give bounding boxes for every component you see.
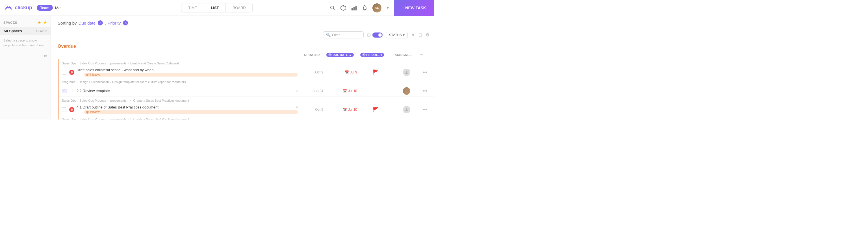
avatar-initials: CE: [372, 3, 381, 12]
avatar-dropdown-icon[interactable]: ▼: [386, 6, 390, 10]
remove-priority-sort[interactable]: ✕: [123, 20, 128, 25]
bc-1-2: Sales Ops Process Improvements: [80, 62, 126, 65]
assignee-label: ASSIGNEE: [395, 53, 412, 57]
task-title-3: 4.1 Draft outline of Sales Best Practice…: [76, 105, 294, 109]
status-chevron: ▾: [403, 33, 405, 37]
task-title-wrap-1: Draft sales collateral scope - what and …: [76, 68, 298, 77]
status-dropdown[interactable]: STATUS ▾: [386, 32, 408, 38]
col-header-priority[interactable]: ✕ PRIORI... ▾: [354, 53, 391, 57]
task-title-1: Draft sales collateral scope - what and …: [76, 68, 298, 72]
bc-3-1: Sales Ops: [62, 99, 76, 102]
toggle-wrap: ⊞: [367, 32, 382, 37]
sorting-bar: Sorting by Due date ✕ , Priority ✕: [51, 16, 434, 29]
all-spaces-text: All Spaces: [3, 29, 22, 33]
task-checkbox-1[interactable]: [62, 70, 66, 74]
breadcrumb-2: Programs › Design Customization › Design…: [59, 78, 434, 84]
sorting-prefix: Sorting by: [58, 21, 77, 25]
priority-val-1: 🚩: [357, 69, 394, 76]
cube-icon[interactable]: [340, 5, 346, 11]
more-options-label: •••: [420, 53, 423, 57]
chart-icon[interactable]: [351, 5, 357, 11]
tab-time[interactable]: TIME: [181, 3, 204, 12]
drag-handle-3[interactable]: ≡: [296, 106, 298, 109]
bc-2-3: Design template for client culture repor…: [112, 80, 186, 84]
svg-rect-1: [351, 8, 352, 10]
drag-handle-2[interactable]: ≡: [296, 89, 298, 93]
filter-input[interactable]: [332, 33, 361, 37]
sidebar: SPACES ★ ⚡ All Spaces 12 more Select a s…: [0, 16, 51, 119]
due-date-1: Jul 9: [350, 70, 357, 74]
filter-search-icon: 🔍: [326, 33, 331, 37]
bc-4-3: 4. Create a Sales Best Practices documen…: [130, 118, 189, 119]
bc-4-2: Sales Ops Process Improvements: [80, 118, 126, 119]
table-row: 4.1 Draft outline of Sales Best Practice…: [59, 103, 434, 115]
sort-due-date-link[interactable]: Due date: [79, 21, 96, 25]
table-row: Draft sales collateral scope - what and …: [59, 65, 434, 78]
task-group-overdue: Sales Ops › Sales Ops Process Improvemen…: [58, 59, 434, 119]
calendar-icon-1: 📅: [345, 70, 349, 74]
due-date-label: DUE DATE: [333, 53, 348, 57]
col-header-due-date[interactable]: ✕ DUE DATE ▲: [320, 53, 354, 57]
col-header-more[interactable]: •••: [416, 53, 427, 57]
priority-flag-3: 🚩: [372, 107, 379, 113]
priority-val-3: 🚩: [357, 107, 394, 113]
assignee-val-2: [394, 87, 419, 95]
me-label: Me: [55, 6, 60, 10]
all-spaces-row[interactable]: All Spaces 12 more: [0, 27, 51, 35]
due-date-sort-badge: ✕ DUE DATE ▲: [327, 53, 354, 57]
bc-2-2: Design Customization: [79, 80, 109, 84]
main-content: Sorting by Due date ✕ , Priority ✕ 🔍 ⊞ S…: [51, 16, 434, 119]
priority-sort-badge: ✕ PRIORI... ▾: [360, 53, 384, 57]
priority-flag-1: 🚩: [372, 69, 379, 76]
tab-list[interactable]: LIST: [204, 3, 226, 12]
bc-1-1: Sales Ops: [62, 62, 76, 65]
collapse-sidebar-icon[interactable]: ⇐: [0, 52, 51, 60]
due-val-3: 📅 Jul 10: [323, 108, 357, 112]
priority-remove-icon[interactable]: ✕: [362, 53, 366, 57]
task-title-2: 2.2 Review template: [76, 89, 294, 93]
more-options-1[interactable]: •••: [419, 70, 431, 75]
notification-icon[interactable]: [362, 5, 368, 11]
spaces-actions: ★ ⚡: [38, 20, 47, 25]
task-checkbox-3[interactable]: [62, 107, 66, 112]
column-headers: UPDATED ✕ DUE DATE ▲ ✕ PRIORI... ▾: [51, 51, 434, 59]
avatar[interactable]: CE: [372, 3, 381, 12]
new-task-button[interactable]: + NEW TASK: [394, 0, 434, 16]
search-icon[interactable]: [330, 5, 336, 11]
due-date-remove-icon[interactable]: ✕: [328, 53, 332, 57]
updated-val-3: Oct 9: [298, 108, 323, 112]
tab-board[interactable]: BOARD: [226, 3, 253, 12]
more-options-2[interactable]: •••: [419, 88, 431, 93]
funnel-icon[interactable]: ▼: [411, 33, 415, 37]
task-checkbox-2[interactable]: [62, 89, 66, 93]
task-tag-1[interactable]: q4 initiative: [84, 73, 298, 77]
sort-priority-link[interactable]: Priority: [107, 21, 121, 25]
settings-icon[interactable]: ⚙: [426, 32, 430, 37]
breadcrumb-1: Sales Ops › Sales Ops Process Improvemen…: [59, 59, 434, 65]
toggle-switch[interactable]: [372, 32, 382, 37]
due-date-3: Jul 10: [348, 108, 357, 112]
bc-3-3: 4. Create a Sales Best Practices documen…: [130, 99, 189, 102]
bc-1-3: Identify and Create Sales Collateral: [130, 62, 179, 65]
logo-area: clickup: [4, 4, 32, 12]
status-dot-1: [69, 70, 74, 75]
star-icon[interactable]: ★: [38, 20, 41, 25]
more-options-3[interactable]: •••: [419, 107, 431, 112]
remove-due-date-sort[interactable]: ✕: [98, 20, 103, 25]
bolt-icon[interactable]: ⚡: [42, 20, 47, 25]
spaces-header: SPACES ★ ⚡: [0, 19, 51, 27]
team-badge[interactable]: Team: [37, 5, 53, 11]
svg-point-0: [331, 6, 334, 9]
priority-dropdown-arrow: ▾: [381, 53, 382, 57]
updated-label: UPDATED: [304, 53, 320, 57]
layout-icon[interactable]: ⊟: [418, 32, 422, 37]
nav-tabs: TIME LIST BOARD: [181, 3, 253, 12]
logo-text: clickup: [15, 5, 32, 11]
task-title-wrap-2: 2.2 Review template ≡: [76, 89, 298, 93]
breadcrumb-4: Sales Ops › Sales Ops Process Improvemen…: [59, 115, 434, 119]
col-header-assignee[interactable]: ASSIGNEE: [391, 53, 416, 57]
main-layout: SPACES ★ ⚡ All Spaces 12 more Select a s…: [0, 16, 434, 119]
task-tag-3[interactable]: q4 initiative: [84, 110, 298, 114]
overdue-section: Overdue UPDATED ✕ DUE DATE ▲ ✕: [51, 41, 434, 119]
col-header-updated[interactable]: UPDATED: [294, 53, 320, 57]
